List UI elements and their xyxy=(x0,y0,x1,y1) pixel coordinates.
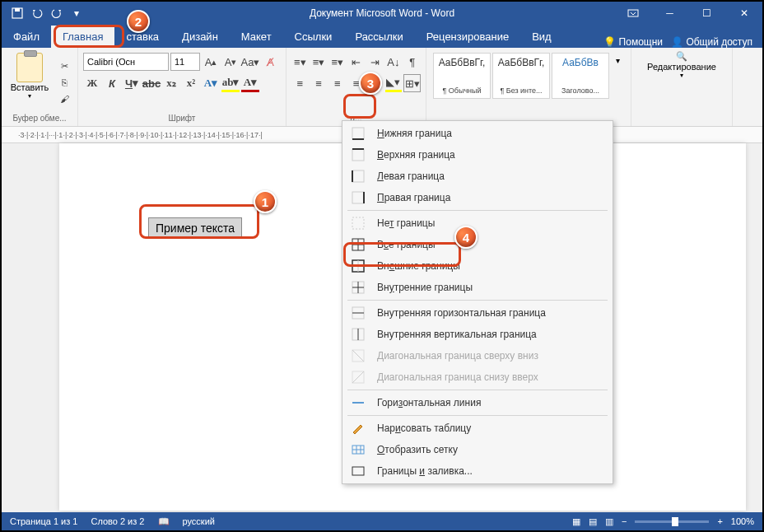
borders-dropdown: Нижняя граница Верхняя граница Левая гра… xyxy=(342,120,613,484)
font-name-select[interactable] xyxy=(83,53,169,71)
titlebar: ▾ Документ Microsoft Word - Word ─ ☐ ✕ xyxy=(2,2,762,25)
borders-and-shading[interactable]: Границы и заливка... xyxy=(342,460,613,482)
callout-4: 4 xyxy=(454,226,478,249)
svg-rect-3 xyxy=(352,128,364,139)
border-outer[interactable]: Внешние границы xyxy=(342,255,613,277)
group-clipboard: Вставить ▾ ✂ ⎘ 🖌 Буфер обме... xyxy=(2,48,78,126)
highlight-icon[interactable]: ab▾ xyxy=(221,74,240,92)
callout-1: 1 xyxy=(254,190,277,213)
numbering-icon[interactable]: ≡▾ xyxy=(310,53,328,71)
view-web-icon[interactable]: ▥ xyxy=(605,516,613,527)
style-normal[interactable]: АаБбВвГг, ¶ Обычный xyxy=(433,53,491,99)
bullets-icon[interactable]: ≡▾ xyxy=(291,53,309,71)
sort-icon[interactable]: A↓ xyxy=(385,53,403,71)
zoom-slider[interactable] xyxy=(635,520,709,523)
bold-icon[interactable]: Ж xyxy=(83,74,101,92)
tell-me[interactable]: 💡 Помощни xyxy=(603,36,663,48)
undo-icon[interactable] xyxy=(28,5,46,21)
svg-rect-34 xyxy=(352,467,364,475)
horizontal-line[interactable]: Горизонтальная линия xyxy=(342,392,613,413)
text-effects-icon[interactable]: A▾ xyxy=(202,74,220,92)
window-title: Документ Microsoft Word - Word xyxy=(310,7,454,19)
font-size-select[interactable] xyxy=(170,53,200,71)
format-painter-icon[interactable]: 🖌 xyxy=(56,91,72,106)
styles-more-icon[interactable]: ▾ xyxy=(611,53,624,99)
show-grid[interactable]: Отобразить сетку xyxy=(342,439,613,460)
decrease-indent-icon[interactable]: ⇤ xyxy=(347,53,365,71)
increase-indent-icon[interactable]: ⇥ xyxy=(366,53,384,71)
maximize-button[interactable]: ☐ xyxy=(688,2,725,25)
statusbar: Страница 1 из 1 Слово 2 из 2 📖 русский ▦… xyxy=(2,512,762,530)
svg-rect-1 xyxy=(15,8,20,12)
zoom-level[interactable]: 100% xyxy=(731,516,754,526)
status-lang[interactable]: русский xyxy=(183,516,215,526)
status-page[interactable]: Страница 1 из 1 xyxy=(10,516,77,526)
superscript-icon[interactable]: x² xyxy=(182,74,200,92)
grow-font-icon[interactable]: A▴ xyxy=(202,53,220,71)
group-styles: АаБбВвГг, ¶ Обычный АаБбВвГг, ¶ Без инте… xyxy=(426,48,631,126)
tab-mailings[interactable]: Рассылки xyxy=(343,26,414,48)
border-inner[interactable]: Внутренние границы xyxy=(342,277,613,298)
borders-button[interactable]: ⊞▾ xyxy=(403,74,421,92)
border-top[interactable]: Верхняя граница xyxy=(342,144,613,166)
border-all[interactable]: Все границы xyxy=(342,234,613,255)
shrink-font-icon[interactable]: A▾ xyxy=(221,53,240,71)
tab-file[interactable]: Файл xyxy=(2,26,51,48)
border-bottom[interactable]: Нижняя граница xyxy=(342,123,613,144)
paste-icon xyxy=(16,53,43,82)
svg-rect-5 xyxy=(352,149,364,161)
svg-line-26 xyxy=(352,350,364,362)
style-nospace[interactable]: АаБбВвГг, ¶ Без инте... xyxy=(492,53,550,99)
svg-rect-9 xyxy=(352,192,364,203)
cut-icon[interactable]: ✂ xyxy=(56,58,72,73)
border-diag-up: Диагональная граница снизу вверх xyxy=(342,366,613,388)
tab-design[interactable]: Дизайн xyxy=(170,26,230,48)
align-center-icon[interactable]: ≡ xyxy=(310,74,328,92)
align-left-icon[interactable]: ≡ xyxy=(291,74,309,92)
strike-icon[interactable]: abc xyxy=(142,74,161,92)
close-button[interactable]: ✕ xyxy=(725,2,762,25)
underline-icon[interactable]: Ч▾ xyxy=(123,74,141,92)
shading-icon[interactable]: ◣▾ xyxy=(385,74,403,92)
ribbon-options-icon[interactable] xyxy=(614,2,651,25)
sample-text[interactable]: Пример текста xyxy=(148,217,242,239)
tab-review[interactable]: Рецензирование xyxy=(415,26,520,48)
minimize-button[interactable]: ─ xyxy=(651,2,688,25)
border-right[interactable]: Правая граница xyxy=(342,187,613,208)
view-print-icon[interactable]: ▤ xyxy=(589,516,597,527)
draw-table[interactable]: Нарисовать таблицу xyxy=(342,418,613,439)
paste-button[interactable]: Вставить ▾ xyxy=(7,51,53,114)
zoom-in-icon[interactable]: + xyxy=(717,516,722,526)
align-right-icon[interactable]: ≡ xyxy=(328,74,346,92)
clear-format-icon[interactable]: A̸ xyxy=(261,53,279,71)
status-proof-icon[interactable]: 📖 xyxy=(158,516,170,527)
tab-view[interactable]: Вид xyxy=(520,26,563,48)
tab-layout[interactable]: Макет xyxy=(230,26,283,48)
border-left[interactable]: Левая граница xyxy=(342,166,613,187)
pilcrow-icon[interactable]: ¶ xyxy=(403,53,421,71)
redo-icon[interactable] xyxy=(48,5,66,21)
zoom-out-icon[interactable]: − xyxy=(622,516,627,526)
status-words[interactable]: Слово 2 из 2 xyxy=(91,516,144,526)
tab-home[interactable]: Главная xyxy=(51,26,114,48)
copy-icon[interactable]: ⎘ xyxy=(56,75,72,90)
italic-icon[interactable]: К xyxy=(103,74,121,92)
ribbon: Вставить ▾ ✂ ⎘ 🖌 Буфер обме... A▴ A▾ Aa▾… xyxy=(2,48,762,127)
border-inner-h[interactable]: Внутренняя горизонтальная граница xyxy=(342,302,613,324)
save-icon[interactable] xyxy=(8,5,26,21)
border-none[interactable]: Нет границы xyxy=(342,212,613,234)
style-heading1[interactable]: АаБбВв Заголово... xyxy=(552,53,609,99)
multilevel-icon[interactable]: ≡▾ xyxy=(328,53,346,71)
svg-rect-2 xyxy=(628,10,638,16)
border-inner-v[interactable]: Внутренняя вертикальная граница xyxy=(342,324,613,345)
find-icon: 🔍 xyxy=(676,51,687,62)
font-color-icon[interactable]: A▾ xyxy=(241,74,259,92)
share-button[interactable]: 👤 Общий доступ xyxy=(671,36,752,48)
change-case-icon[interactable]: Aa▾ xyxy=(241,53,259,71)
svg-rect-11 xyxy=(352,217,364,229)
view-read-icon[interactable]: ▦ xyxy=(572,516,580,527)
qat-more-icon[interactable]: ▾ xyxy=(68,5,86,21)
subscript-icon[interactable]: x₂ xyxy=(162,74,180,92)
tab-references[interactable]: Ссылки xyxy=(283,26,344,48)
editing-button[interactable]: 🔍 Редактирование ▾ xyxy=(636,51,727,79)
